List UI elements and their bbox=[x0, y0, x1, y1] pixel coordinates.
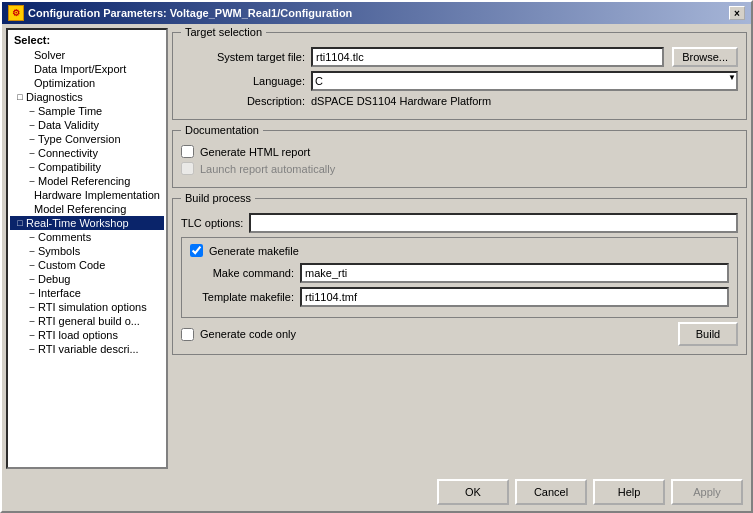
sidebar-item-connectivity[interactable]: – Connectivity bbox=[10, 146, 164, 160]
make-command-label: Make command: bbox=[190, 267, 300, 279]
build-button[interactable]: Build bbox=[678, 322, 738, 346]
expander-rtw: □ bbox=[14, 218, 26, 228]
template-makefile-label: Template makefile: bbox=[190, 291, 300, 303]
sidebar-item-model-ref-diag[interactable]: – Model Referencing bbox=[10, 174, 164, 188]
system-target-input[interactable] bbox=[311, 47, 664, 67]
makefile-config-group: Generate makefile Make command: Template… bbox=[181, 237, 738, 318]
main-content: Select: Solver Data Import/Export bbox=[2, 24, 751, 473]
template-makefile-row: Template makefile: bbox=[190, 287, 729, 307]
sidebar-item-data-import-export[interactable]: Data Import/Export bbox=[10, 62, 164, 76]
sidebar-item-diagnostics[interactable]: □ Diagnostics bbox=[10, 90, 164, 104]
sidebar-item-hardware-impl[interactable]: Hardware Implementation bbox=[10, 188, 164, 202]
sidebar-item-rti-variable[interactable]: – RTI variable descri... bbox=[10, 342, 164, 356]
expander-symbols: – bbox=[26, 246, 38, 256]
tree-header: Select: bbox=[10, 32, 164, 48]
sidebar-item-sample-time[interactable]: – Sample Time bbox=[10, 104, 164, 118]
language-select[interactable]: C C++ bbox=[311, 71, 738, 91]
expander-model-ref-diag: – bbox=[26, 176, 38, 186]
build-process-title: Build process bbox=[181, 192, 255, 204]
expander-rti-variable: – bbox=[26, 344, 38, 354]
close-button[interactable]: × bbox=[729, 6, 745, 20]
sidebar-item-interface[interactable]: – Interface bbox=[10, 286, 164, 300]
generate-makefile-checkbox[interactable] bbox=[190, 244, 203, 257]
generate-code-only-label: Generate code only bbox=[200, 328, 296, 340]
sidebar-item-custom-code[interactable]: – Custom Code bbox=[10, 258, 164, 272]
left-panel: Select: Solver Data Import/Export bbox=[6, 28, 168, 469]
expander-compatibility: – bbox=[26, 162, 38, 172]
sidebar-item-optimization[interactable]: Optimization bbox=[10, 76, 164, 90]
sidebar-item-debug[interactable]: – Debug bbox=[10, 272, 164, 286]
sidebar-item-solver[interactable]: Solver bbox=[10, 48, 164, 62]
expander-data-validity: – bbox=[26, 120, 38, 130]
tlc-options-input[interactable] bbox=[249, 213, 738, 233]
sidebar-item-rti-simulation[interactable]: – RTI simulation options bbox=[10, 300, 164, 314]
window-icon: ⚙ bbox=[8, 5, 24, 21]
expander-custom-code: – bbox=[26, 260, 38, 270]
build-process-group: Build process TLC options: Generate make… bbox=[172, 198, 747, 355]
sidebar-item-data-validity[interactable]: – Data Validity bbox=[10, 118, 164, 132]
apply-button[interactable]: Apply bbox=[671, 479, 743, 505]
expander-rti-sim: – bbox=[26, 302, 38, 312]
sidebar-item-rtw[interactable]: □ Real-Time Workshop bbox=[10, 216, 164, 230]
expander-rti-general: – bbox=[26, 316, 38, 326]
documentation-title: Documentation bbox=[181, 124, 263, 136]
expander-sample-time: – bbox=[26, 106, 38, 116]
sidebar-item-symbols[interactable]: – Symbols bbox=[10, 244, 164, 258]
expander-type-conversion: – bbox=[26, 134, 38, 144]
sidebar-item-comments[interactable]: – Comments bbox=[10, 230, 164, 244]
tree-container: Select: Solver Data Import/Export bbox=[8, 30, 166, 358]
expander-rti-load: – bbox=[26, 330, 38, 340]
expander-comments: – bbox=[26, 232, 38, 242]
description-label: Description: bbox=[181, 95, 311, 107]
documentation-group: Documentation Generate HTML report Launc… bbox=[172, 130, 747, 188]
expander-connectivity: – bbox=[26, 148, 38, 158]
system-target-label: System target file: bbox=[181, 51, 311, 63]
tlc-options-label: TLC options: bbox=[181, 217, 243, 229]
system-target-row: System target file: Browse... bbox=[181, 47, 738, 67]
launch-report-checkbox[interactable] bbox=[181, 162, 194, 175]
tlc-options-row: TLC options: bbox=[181, 213, 738, 233]
template-makefile-input[interactable] bbox=[300, 287, 729, 307]
generate-code-only-checkbox[interactable] bbox=[181, 328, 194, 341]
target-selection-title: Target selection bbox=[181, 28, 266, 38]
main-window: ⚙ Configuration Parameters: Voltage_PWM_… bbox=[0, 0, 753, 513]
sidebar-item-rti-general[interactable]: – RTI general build o... bbox=[10, 314, 164, 328]
sidebar-item-type-conversion[interactable]: – Type Conversion bbox=[10, 132, 164, 146]
expander-interface: – bbox=[26, 288, 38, 298]
sidebar-item-model-ref[interactable]: Model Referencing bbox=[10, 202, 164, 216]
expander-diagnostics: □ bbox=[14, 92, 26, 102]
make-command-row: Make command: bbox=[190, 263, 729, 283]
launch-report-row: Launch report automatically bbox=[181, 162, 738, 175]
make-command-input[interactable] bbox=[300, 263, 729, 283]
cancel-button[interactable]: Cancel bbox=[515, 479, 587, 505]
right-panel: Target selection System target file: Bro… bbox=[172, 28, 747, 469]
target-selection-group: Target selection System target file: Bro… bbox=[172, 32, 747, 120]
language-row: Language: C C++ bbox=[181, 71, 738, 91]
expander-debug: – bbox=[26, 274, 38, 284]
sidebar-item-rti-load[interactable]: – RTI load options bbox=[10, 328, 164, 342]
gen-code-row: Generate code only Build bbox=[181, 322, 738, 346]
window-title: Configuration Parameters: Voltage_PWM_Re… bbox=[28, 7, 352, 19]
bottom-bar: OK Cancel Help Apply bbox=[2, 473, 751, 511]
ok-button[interactable]: OK bbox=[437, 479, 509, 505]
description-value: dSPACE DS1104 Hardware Platform bbox=[311, 95, 738, 107]
generate-html-row: Generate HTML report bbox=[181, 145, 738, 158]
language-select-wrapper: C C++ bbox=[311, 71, 738, 91]
generate-html-label: Generate HTML report bbox=[200, 146, 310, 158]
generate-makefile-row: Generate makefile bbox=[190, 244, 729, 257]
language-label: Language: bbox=[181, 75, 311, 87]
browse-button[interactable]: Browse... bbox=[672, 47, 738, 67]
generate-html-checkbox[interactable] bbox=[181, 145, 194, 158]
title-bar: ⚙ Configuration Parameters: Voltage_PWM_… bbox=[2, 2, 751, 24]
help-button[interactable]: Help bbox=[593, 479, 665, 505]
description-row: Description: dSPACE DS1104 Hardware Plat… bbox=[181, 95, 738, 107]
generate-makefile-label: Generate makefile bbox=[209, 245, 299, 257]
sidebar-item-compatibility[interactable]: – Compatibility bbox=[10, 160, 164, 174]
launch-report-label: Launch report automatically bbox=[200, 163, 335, 175]
